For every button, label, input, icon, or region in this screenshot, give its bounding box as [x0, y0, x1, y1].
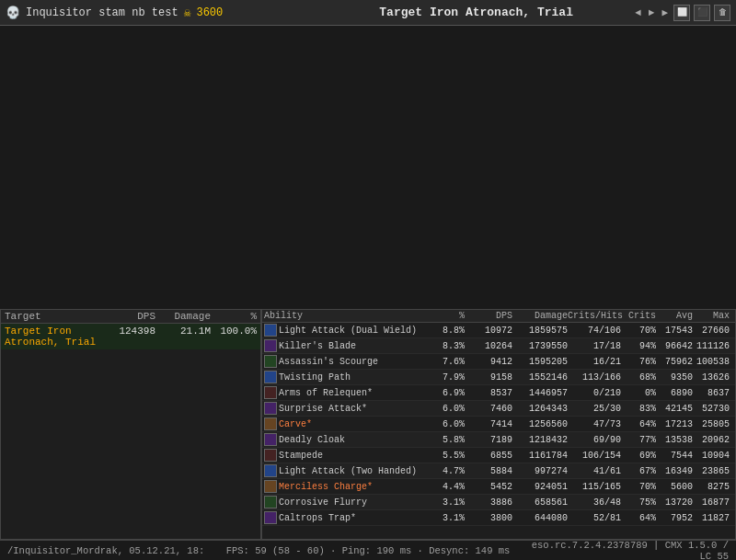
ability-dps-1: 10264	[465, 341, 512, 351]
ability-avg-12: 7952	[656, 513, 693, 523]
ability-critpct-12: 64%	[621, 513, 656, 523]
ability-max-3: 13626	[693, 372, 733, 383]
ability-max-9: 23865	[693, 466, 733, 476]
ability-dps-9: 5884	[465, 466, 512, 476]
ability-damage-2: 1595205	[512, 357, 568, 367]
ability-avg-3: 9350	[656, 372, 693, 383]
ability-crits-2: 16/21	[568, 357, 621, 367]
ability-dps-10: 5452	[465, 482, 512, 492]
abilities-list: Light Attack (Dual Wield) 8.8% 10972 185…	[262, 323, 735, 539]
ability-icon-sm-10	[264, 480, 277, 493]
ability-icon-sm-6	[264, 417, 277, 430]
ability-icon-sm-3	[264, 371, 277, 383]
ability-icon-sm-4	[264, 386, 277, 399]
ability-crits-1: 17/18	[568, 341, 621, 351]
skull2-icon: ☠	[184, 6, 191, 20]
ability-critpct-10: 70%	[621, 482, 656, 492]
ability-dps-8: 6855	[465, 451, 512, 461]
ability-avg-5: 42145	[656, 404, 693, 414]
play-button[interactable]: ▶	[660, 6, 670, 18]
ability-dps-3: 9158	[465, 372, 512, 383]
ability-damage-12: 644080	[512, 513, 568, 523]
ability-dps-2: 9412	[465, 357, 512, 367]
ability-dps-4: 8537	[465, 388, 512, 398]
ability-icon-sm-5	[264, 402, 277, 415]
ability-name-9: Light Attack (Two Handed)	[264, 464, 430, 477]
target-pct-0: 100.0%	[211, 326, 257, 348]
target-dps-header: DPS	[100, 311, 155, 322]
abilities-header: Ability % DPS Damage Crits/Hits Crits Av…	[262, 310, 735, 323]
ability-avg-8: 7544	[656, 451, 693, 461]
ability-row-2: Assassin's Scourge 7.6% 9412 1595205 16/…	[262, 354, 735, 370]
ability-name-12: Caltrops Trap*	[264, 511, 430, 524]
status-right: eso.rc.7.2.4.2378789 | CMX 1.5.0 / LC 55	[524, 540, 729, 561]
ability-pct-8: 5.5%	[430, 451, 465, 461]
ability-crits-header: Crits/Hits	[568, 311, 621, 321]
top-bar-buttons: ◄ ► ▶ ⬜ ⬛ 🗑	[633, 5, 730, 21]
ability-dps-6: 7414	[465, 419, 512, 429]
status-center: FPS: 59 (58 - 60) · Ping: 190 ms · Desyn…	[226, 545, 511, 556]
ability-icon-sm-0	[264, 324, 277, 337]
next-button[interactable]: ►	[647, 7, 657, 18]
ability-avg-header: Avg	[656, 311, 693, 321]
status-bar: /Inquisitor_Mordrak, 05.12.21, 18: FPS: …	[0, 540, 736, 560]
ability-max-11: 16877	[693, 497, 733, 508]
ability-crits-10: 115/165	[568, 482, 621, 492]
ability-max-0: 27660	[693, 326, 733, 336]
ability-crits-12: 52/81	[568, 513, 621, 523]
ability-name-0: Light Attack (Dual Wield)	[264, 324, 430, 337]
ability-crits-0: 74/106	[568, 326, 621, 336]
ability-crits-4: 0/210	[568, 388, 621, 398]
ability-pct-0: 8.8%	[430, 326, 465, 336]
window-button-2[interactable]: ⬛	[694, 5, 710, 21]
ability-pct-3: 7.9%	[430, 372, 465, 383]
ability-crits-6: 47/73	[568, 419, 621, 429]
ability-pct-12: 3.1%	[430, 513, 465, 523]
window-button-1[interactable]: ⬜	[673, 5, 690, 21]
ability-max-4: 8637	[693, 388, 733, 398]
ability-name-5: Surprise Attack*	[264, 402, 430, 415]
ability-critpct-5: 83%	[621, 404, 656, 414]
ability-name-11: Corrosive Flurry	[264, 496, 430, 509]
ability-row-9: Light Attack (Two Handed) 4.7% 5884 9972…	[262, 463, 735, 479]
ability-icon-sm-2	[264, 355, 277, 368]
main-layout: Active Time: 2:49.48 In Combat: 2:49.50 …	[0, 26, 736, 540]
prev-button[interactable]: ◄	[633, 7, 643, 18]
ability-pct-2: 7.6%	[430, 357, 465, 367]
delete-button[interactable]: 🗑	[714, 5, 730, 21]
ability-pct-9: 4.7%	[430, 466, 465, 476]
ability-crits-11: 36/48	[568, 497, 621, 508]
skull-icon: 💀	[6, 6, 20, 20]
target-pct-header: %	[211, 311, 257, 322]
target-header: Target DPS Damage %	[1, 310, 260, 324]
ability-icon-sm-12	[264, 511, 277, 524]
ability-row-0: Light Attack (Dual Wield) 8.8% 10972 185…	[262, 323, 735, 338]
ability-row-7: Deadly Cloak 5.8% 7189 1218432 69/90 77%…	[262, 432, 735, 448]
ability-max-1: 111126	[693, 341, 733, 351]
ability-dps-7: 7189	[465, 435, 512, 445]
ability-pct-5: 6.0%	[430, 404, 465, 414]
ability-damage-4: 1446957	[512, 388, 568, 398]
ability-icon-sm-1	[264, 339, 277, 352]
ability-avg-2: 75962	[656, 357, 693, 367]
window-subtitle: Target Iron Atronach, Trial	[319, 6, 633, 19]
window-title: Inquisitor stam nb test	[26, 6, 178, 19]
top-bar: 💀 Inquisitor stam nb test ☠ 3600 Target …	[0, 0, 736, 26]
ability-critpct-4: 0%	[621, 388, 656, 398]
ability-pct-header: %	[430, 311, 465, 321]
ability-max-12: 11827	[693, 513, 733, 523]
ability-row-1: Killer's Blade 8.3% 10264 1739550 17/18 …	[262, 338, 735, 354]
ability-damage-9: 997274	[512, 466, 568, 476]
target-name-0: Target Iron Atronach, Trial	[5, 326, 100, 348]
ability-row-5: Surprise Attack* 6.0% 7460 1264343 25/30…	[262, 401, 735, 417]
ability-name-4: Arms of Relequen*	[264, 386, 430, 399]
ability-critpct-11: 75%	[621, 497, 656, 508]
ability-critpct-6: 64%	[621, 419, 656, 429]
top-bar-left: 💀 Inquisitor stam nb test ☠ 3600	[6, 6, 319, 20]
ability-max-6: 25805	[693, 419, 733, 429]
ability-pct-10: 4.4%	[430, 482, 465, 492]
ability-damage-7: 1218432	[512, 435, 568, 445]
ability-avg-11: 13720	[656, 497, 693, 508]
ability-icon-sm-8	[264, 449, 277, 462]
ability-crits-8: 106/154	[568, 451, 621, 461]
